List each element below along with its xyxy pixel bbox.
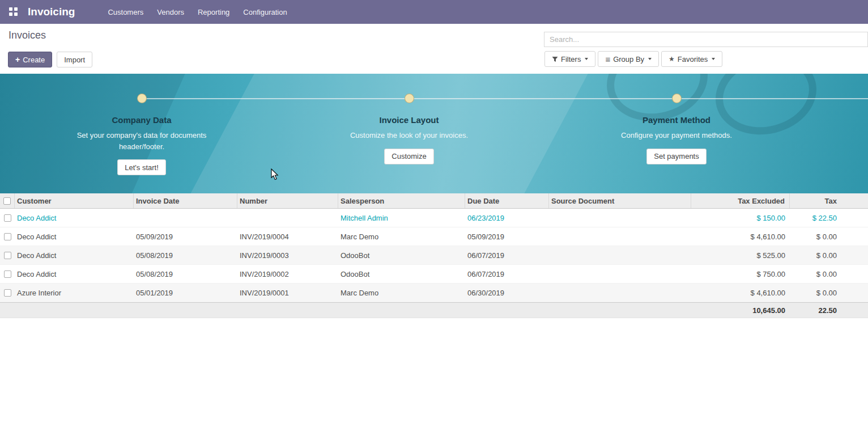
favorites-button[interactable]: ★ Favorites xyxy=(661,51,722,67)
cell-number: INV/2019/0001 xyxy=(237,284,338,302)
cell-source-document xyxy=(549,209,691,227)
cell-source-document xyxy=(549,265,691,283)
cell-customer[interactable]: Deco Addict xyxy=(15,227,134,246)
onboarding-step-company-data: Company Data Set your company's data for… xyxy=(51,94,232,175)
row-checkbox[interactable] xyxy=(4,270,11,278)
cell-due-date: 06/07/2019 xyxy=(465,265,549,283)
onboarding-banner: Company Data Set your company's data for… xyxy=(0,74,868,193)
cell-due-date: 06/23/2019 xyxy=(465,209,549,227)
cell-tax: $ 0.00 xyxy=(790,284,868,302)
step-title: Invoice Layout xyxy=(379,115,439,125)
apps-grid-icon[interactable] xyxy=(9,7,18,16)
create-button[interactable]: + Create xyxy=(8,52,52,67)
cell-source-document xyxy=(549,227,691,246)
favorites-button-label: Favorites xyxy=(678,55,708,64)
table-row[interactable]: Deco Addict 05/08/2019 INV/2019/0003 Odo… xyxy=(0,246,868,265)
cell-invoice-date: 05/08/2019 xyxy=(134,246,237,264)
column-invoice-date[interactable]: Invoice Date xyxy=(134,193,237,208)
cell-due-date: 06/07/2019 xyxy=(465,246,549,264)
step-title: Company Data xyxy=(112,115,171,125)
cell-invoice-date: 05/01/2019 xyxy=(134,284,237,302)
cell-tax-excluded: $ 525.00 xyxy=(691,246,790,264)
menu-configuration[interactable]: Configuration xyxy=(242,1,288,24)
cell-customer[interactable]: Deco Addict xyxy=(15,209,134,227)
create-button-label: Create xyxy=(23,56,45,64)
invoice-table-body: Deco Addict Mitchell Admin 06/23/2019 $ … xyxy=(0,209,868,302)
row-checkbox-cell xyxy=(0,246,15,264)
column-tax-excluded[interactable]: Tax Excluded xyxy=(691,193,790,208)
step-description: Customize the look of your invoices. xyxy=(350,130,468,141)
page-title: Invoices xyxy=(8,29,46,41)
cell-customer[interactable]: Deco Addict xyxy=(15,265,134,283)
cell-number: INV/2019/0002 xyxy=(237,265,338,283)
action-buttons: + Create Import xyxy=(8,52,92,67)
cell-tax-excluded: $ 4,610.00 xyxy=(691,284,790,302)
search-input[interactable] xyxy=(544,32,868,47)
cell-tax: $ 0.00 xyxy=(790,246,868,264)
menu-customers[interactable]: Customers xyxy=(107,1,144,24)
set-payments-button[interactable]: Set payments xyxy=(646,149,707,164)
filters-button[interactable]: Filters xyxy=(544,51,595,67)
column-number[interactable]: Number xyxy=(237,193,338,208)
row-checkbox[interactable] xyxy=(4,289,11,297)
menu-reporting[interactable]: Reporting xyxy=(197,1,231,24)
cell-tax-excluded: $ 750.00 xyxy=(691,265,790,283)
table-row[interactable]: Deco Addict Mitchell Admin 06/23/2019 $ … xyxy=(0,209,868,227)
cell-salesperson: OdooBot xyxy=(338,246,465,264)
navbar-menu: Customers Vendors Reporting Configuratio… xyxy=(107,1,288,24)
step-dot xyxy=(405,94,414,103)
table-row[interactable]: Deco Addict 05/08/2019 INV/2019/0002 Odo… xyxy=(0,265,868,284)
row-checkbox-cell xyxy=(0,284,15,302)
cell-salesperson: Marc Demo xyxy=(338,227,465,246)
cell-source-document xyxy=(549,284,691,302)
column-source-document[interactable]: Source Document xyxy=(549,193,691,208)
cell-tax-excluded: $ 4,610.00 xyxy=(691,227,790,246)
cell-tax-excluded: $ 150.00 xyxy=(691,209,790,227)
import-button[interactable]: Import xyxy=(57,52,92,67)
chevron-down-icon xyxy=(648,58,652,60)
cell-salesperson: OdooBot xyxy=(338,265,465,283)
table-footer: 10,645.00 22.50 xyxy=(0,302,868,318)
row-checkbox-cell xyxy=(0,227,15,246)
cell-number: INV/2019/0003 xyxy=(237,246,338,264)
row-checkbox[interactable] xyxy=(4,233,11,240)
column-due-date[interactable]: Due Date xyxy=(465,193,549,208)
column-tax[interactable]: Tax xyxy=(790,193,868,208)
group-by-icon: ≡ xyxy=(605,55,610,64)
search-options: Filters ≡ Group By ★ Favorites xyxy=(544,51,722,67)
onboarding-step-payment-method: Payment Method Configure your payment me… xyxy=(586,94,767,164)
table-row[interactable]: Azure Interior 05/01/2019 INV/2019/0001 … xyxy=(0,284,868,302)
app-name[interactable]: Invoicing xyxy=(28,6,75,18)
cell-customer[interactable]: Azure Interior xyxy=(15,284,134,302)
group-by-button[interactable]: ≡ Group By xyxy=(598,51,659,67)
column-customer[interactable]: Customer xyxy=(15,193,134,208)
onboarding-step-invoice-layout: Invoice Layout Customize the look of you… xyxy=(318,94,500,164)
lets-start-button[interactable]: Let's start! xyxy=(117,159,166,175)
top-navbar: Invoicing Customers Vendors Reporting Co… xyxy=(0,0,868,24)
row-checkbox[interactable] xyxy=(4,252,11,259)
control-panel: Invoices + Create Import Filters ≡ Group… xyxy=(0,24,868,74)
column-salesperson[interactable]: Salesperson xyxy=(338,193,465,208)
menu-vendors[interactable]: Vendors xyxy=(156,1,185,24)
step-description: Configure your payment methods. xyxy=(621,130,732,141)
cell-tax: $ 0.00 xyxy=(790,265,868,283)
select-all-checkbox[interactable] xyxy=(3,197,11,205)
row-checkbox-cell xyxy=(0,209,15,227)
cell-tax: $ 22.50 xyxy=(790,209,868,227)
cell-source-document xyxy=(549,246,691,264)
cell-salesperson: Mitchell Admin xyxy=(338,209,465,227)
step-dot xyxy=(672,94,682,103)
plus-icon: + xyxy=(15,56,20,64)
cell-customer[interactable]: Deco Addict xyxy=(15,246,134,264)
table-row[interactable]: Deco Addict 05/09/2019 INV/2019/0004 Mar… xyxy=(0,227,868,246)
step-dot xyxy=(137,94,147,103)
row-checkbox[interactable] xyxy=(4,214,11,222)
import-button-label: Import xyxy=(64,56,85,64)
customize-button[interactable]: Customize xyxy=(384,149,433,164)
table-header: Customer Invoice Date Number Salesperson… xyxy=(0,193,868,209)
group-by-button-label: Group By xyxy=(613,55,644,64)
invoice-list-view: Customer Invoice Date Number Salesperson… xyxy=(0,193,868,318)
chevron-down-icon xyxy=(712,58,715,60)
cell-due-date: 05/09/2019 xyxy=(465,227,549,246)
step-title: Payment Method xyxy=(643,115,710,125)
